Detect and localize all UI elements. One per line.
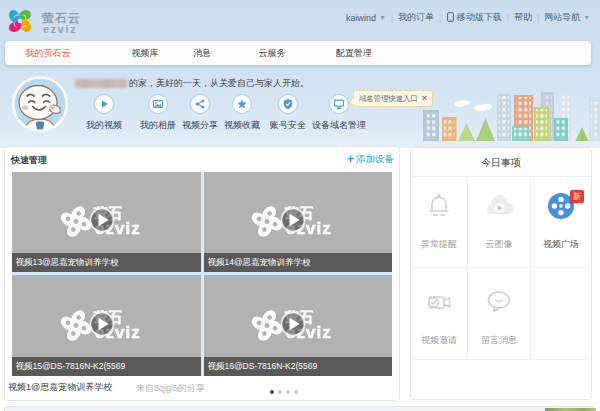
nav-item-cloud-services[interactable]: 云服务 — [259, 41, 286, 65]
greeting-text: 的家，美好的一天，从关爱自己与家人开始。 — [75, 77, 309, 90]
quick-manage-panel: 快速管理 +添加设备 萤石 — [4, 146, 400, 401]
add-device-button[interactable]: +添加设备 — [347, 152, 394, 166]
video-caption: 视频14@思嘉宠物训养学校 — [204, 253, 392, 272]
chevron-down-icon: ▼ — [583, 14, 590, 21]
blurred-username — [75, 79, 127, 88]
cloud — [454, 100, 470, 107]
feature-video-share[interactable]: 视频分享 — [182, 94, 218, 132]
today-item-video-invite[interactable]: 视频邀请 — [411, 268, 468, 360]
video-caption: 视频15@DS-7816N-K2(5569 — [12, 357, 201, 376]
new-badge: 新 — [570, 190, 584, 203]
ezviz-watermark-icon: 萤石 ezviz — [42, 302, 172, 346]
pagination-dot-2[interactable] — [278, 390, 282, 394]
divider: | — [507, 13, 509, 23]
feature-video-favorites[interactable]: 视频收藏 — [224, 94, 260, 132]
today-item-video-square[interactable]: 新 视频广场 — [531, 177, 591, 268]
message-bubble-icon — [468, 286, 530, 318]
pagination-dot-3[interactable] — [286, 390, 290, 394]
phone-icon — [447, 12, 454, 24]
pagination-dot-1[interactable] — [270, 390, 274, 394]
main-nav: 我的萤石云 视频库 消息 云服务 配置管理 — [5, 41, 591, 65]
ezviz-dashboard-page: 萤石云 ezviz kaiwind▼ | 我的订单 | 移动版下载 | 帮助 |… — [0, 0, 600, 411]
cloud-play-icon — [468, 190, 530, 222]
orders-link[interactable]: 我的订单 — [398, 11, 434, 24]
feature-my-albums[interactable]: 我的相册 — [140, 94, 176, 132]
nav-item-my-ezviz[interactable]: 我的萤石云 — [26, 41, 71, 65]
bell-icon — [411, 190, 467, 222]
pagination-dot-4[interactable] — [294, 390, 298, 394]
ezviz-watermark-icon: 萤石 ezviz — [42, 198, 172, 242]
next-section-top — [4, 406, 595, 411]
feature-account-security[interactable]: 账号安全 — [270, 94, 306, 132]
today-item-alerts[interactable]: 异常提醒 — [411, 177, 468, 268]
video-thumbnail: 萤石 ezviz — [204, 275, 392, 357]
video-thumbnail: 萤石 ezviz — [12, 172, 201, 253]
video-card-2[interactable]: 萤石 ezviz 视频14@思嘉宠物训养学校 — [204, 172, 392, 272]
help-link[interactable]: 帮助 — [514, 11, 532, 24]
video-card-1[interactable]: 萤石 ezviz 视频13@思嘉宠物训养学校 — [12, 172, 201, 272]
today-panel-title: 今日事项 — [411, 148, 591, 177]
shared-video-source: 来自8qjgi5的分享 — [136, 382, 205, 395]
divider: | — [537, 13, 539, 23]
nav-item-messages[interactable]: 消息 — [193, 41, 211, 65]
play-button-icon — [282, 209, 305, 232]
today-panel: 今日事项 异常提醒 云图像 — [410, 147, 592, 400]
user-menu[interactable]: kaiwind▼ — [346, 13, 386, 23]
pagination-dots — [270, 390, 302, 394]
video-grid: 萤石 ezviz 视频13@思嘉宠物训养学校 — [12, 172, 392, 376]
video-camera-icon — [411, 286, 467, 318]
video-card-4[interactable]: 萤石 ezviz 视频16@DS-7816N-K2(5569 — [204, 275, 392, 376]
divider: | — [391, 13, 393, 23]
play-icon — [94, 94, 114, 114]
nav-item-configuration[interactable]: 配置管理 — [336, 41, 372, 65]
ezviz-watermark-icon: 萤石 ezviz — [233, 302, 363, 346]
photo-icon — [148, 94, 168, 114]
today-item-cloud-images[interactable]: 云图像 — [468, 177, 531, 268]
video-thumbnail: 萤石 ezviz — [204, 172, 392, 253]
play-button-icon — [282, 313, 305, 336]
plus-icon: + — [347, 152, 354, 166]
chevron-down-icon: ▼ — [379, 14, 386, 21]
shield-icon — [278, 94, 298, 114]
today-item-messages[interactable]: 留言消息 — [468, 268, 531, 360]
video-thumbnail: 萤石 ezviz — [12, 275, 201, 357]
user-avatar[interactable] — [12, 76, 68, 132]
ezviz-watermark-icon: 萤石 ezviz — [233, 198, 363, 242]
topbar-links: kaiwind▼ | 我的订单 | 移动版下载 | 帮助 | 网站导航▼ — [346, 12, 590, 23]
nav-item-video-library[interactable]: 视频库 — [132, 41, 159, 65]
play-button-icon — [90, 313, 113, 336]
video-caption: 视频13@思嘉宠物训养学校 — [12, 253, 201, 272]
monitor-icon — [329, 94, 349, 114]
city-skyline-illustration — [415, 88, 600, 152]
play-button-icon — [90, 209, 113, 232]
divider: | — [439, 13, 441, 23]
video-caption: 视频16@DS-7816N-K2(5569 — [204, 357, 392, 376]
mobile-download-link[interactable]: 移动版下载 — [447, 11, 502, 24]
shared-video-name[interactable]: 视频1@思嘉宠物训养学校 — [8, 381, 112, 394]
star-icon — [232, 94, 252, 114]
video-card-3[interactable]: 萤石 ezviz 视频15@DS-7816N-K2(5569 — [12, 275, 201, 376]
feature-my-videos[interactable]: 我的视频 — [86, 94, 122, 132]
ezviz-logo[interactable]: 萤石云 ezviz — [5, 6, 115, 36]
quick-manage-title: 快速管理 — [11, 154, 47, 167]
share-icon — [190, 94, 210, 114]
site-nav-menu[interactable]: 网站导航▼ — [544, 11, 590, 24]
logo-text-en: ezviz — [43, 23, 77, 35]
today-item-empty — [531, 268, 591, 360]
